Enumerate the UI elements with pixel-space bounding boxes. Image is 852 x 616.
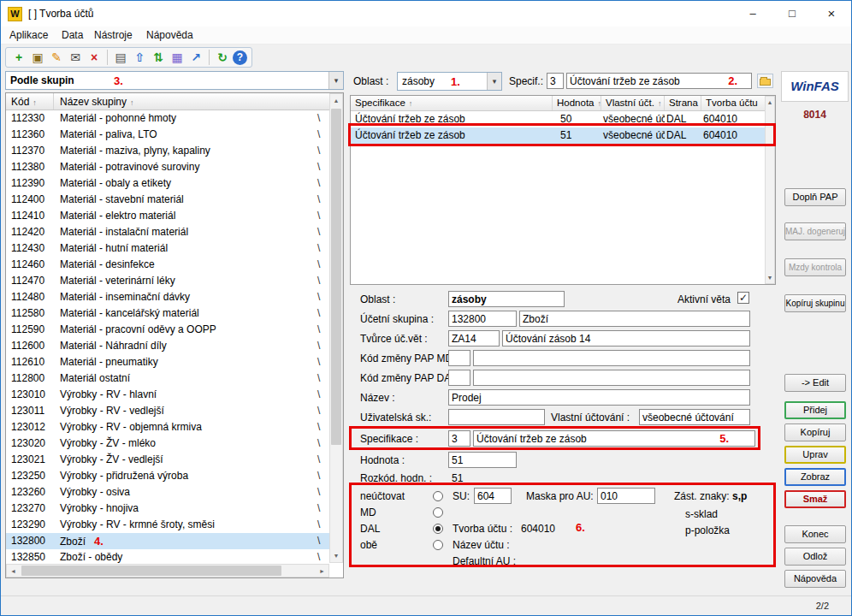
edit-icon[interactable]: ✎ [48,50,65,65]
dopln-pap-button[interactable]: Doplň PAP [784,188,846,206]
group-table-row[interactable]: 132800Zboží4.\ [6,533,329,549]
group-table-row[interactable]: 112430Materiál - hutní materiál\ [6,240,329,257]
group-table-hscrollbar[interactable]: ◄ ► [6,564,329,578]
scrollbar-thumb[interactable] [331,109,341,445]
napoveda-button[interactable]: Nápověda [784,570,846,588]
group-table-row[interactable]: 123290Výrobky - RV - krmné šroty, směsi\ [6,517,329,533]
scroll-left-icon[interactable]: ◄ [7,565,20,577]
aktivni-veta-checkbox[interactable]: ✓ [737,292,749,304]
uzivatelska-field[interactable] [448,409,545,425]
su-field[interactable]: 604 [474,488,512,504]
chevron-down-icon[interactable]: ▾ [328,72,343,89]
column-header-vlastni-uct[interactable]: Vlastní účt.↑ [601,96,665,110]
scrollbar-track[interactable] [766,108,774,272]
refresh-icon[interactable]: ↻ [214,50,231,65]
group-table-row[interactable]: 112460Materiál - desinfekce\ [6,257,329,273]
group-table-row[interactable]: 112610Materiál - pneumatiky\ [6,354,329,370]
radio-icon[interactable] [433,524,443,534]
group-table-row[interactable]: 132850Zboží - obědy\ [6,549,329,565]
group-table-row[interactable]: 112410Materiál - elektro materiál\ [6,208,329,224]
tvurce-name-field[interactable]: Účtování zásob 14 [502,330,750,346]
radio-icon[interactable] [433,540,443,550]
spec-name-input[interactable]: Účtování tržeb ze zásob 2. [566,73,752,89]
chevron-down-icon[interactable]: ▾ [487,73,501,90]
group-table-row[interactable]: 123020Výrobky - ŽV - mléko\ [6,435,329,452]
radio-icon[interactable] [433,507,443,518]
smaz-button[interactable]: Smaž [784,490,846,508]
edit-button[interactable]: -> Edit [784,374,846,392]
specifikace-code-field[interactable]: 3 [448,430,470,447]
zobraz-button[interactable]: Zobraz [784,468,846,486]
table-icon[interactable]: ▦ [169,50,186,65]
konec-button[interactable]: Konec [784,525,846,543]
nazev-field[interactable]: Prodej [448,389,750,406]
kopiruj-skupinu-button[interactable]: Kopíruj skupinu [784,294,846,312]
delete-icon[interactable]: × [86,50,103,65]
group-table-row[interactable]: 112370Materiál - maziva, plyny, kapaliny… [6,143,329,159]
scroll-up-icon[interactable]: ▲ [330,94,342,107]
column-header-hodnota[interactable]: Hodnota↑ [553,96,601,110]
add-icon[interactable]: + [10,50,27,65]
group-table-row[interactable]: 112400Materiál - stavební materiál\ [6,192,329,208]
scroll-down-icon[interactable]: ▼ [766,272,774,283]
group-table-row[interactable]: 123021Výrobky - ŽV - vedlejší\ [6,452,329,468]
pap-dal-code-field[interactable] [448,370,470,386]
group-table-row[interactable]: 123010Výrobky - RV - hlavní\ [6,387,329,403]
export-icon[interactable]: ⇧ [131,50,148,65]
print-icon[interactable]: ▤ [112,50,129,65]
pridej-button[interactable]: Přidej [784,401,846,419]
group-table-row[interactable]: 112360Materiál - paliva, LTO\ [6,127,329,143]
radio-icon[interactable] [433,491,443,501]
pap-md-code-field[interactable] [448,350,470,366]
group-mode-dropdown[interactable]: Podle skupin 3. ▾ [5,71,344,90]
scrollbar-thumb[interactable] [21,566,281,576]
ucetni-skupina-name-field[interactable]: Zboží [519,311,750,327]
specifikace-name-field[interactable]: Účtování tržeb ze zásob 5. [473,430,755,447]
mail-icon[interactable]: ✉ [67,50,84,65]
group-table-vscrollbar[interactable]: ▲ ▼ [329,93,343,563]
pap-md-name-field[interactable] [473,350,750,366]
column-header-strana[interactable]: Strana [665,96,701,110]
scrollbar-track[interactable] [330,107,342,549]
sort-icon[interactable]: ⇅ [150,50,167,65]
column-header-specifikace[interactable]: Specifikace↑ [351,96,553,110]
maska-field[interactable]: 010 [597,488,655,504]
spec-table-row[interactable]: Účtování tržeb ze zásob50všeobecné účtDA… [351,111,765,127]
group-table-row[interactable]: 112390Materiál - obaly a etikety\ [6,175,329,192]
ucetni-skupina-code-field[interactable]: 132800 [448,311,517,327]
menu-nastroje[interactable]: Nástroje [94,29,133,41]
minimize-button[interactable]: – [733,1,772,27]
odloz-button[interactable]: Odlož [784,548,846,566]
copy-icon[interactable]: ▣ [29,50,46,65]
menu-aplikace[interactable]: Aplikace [9,29,48,41]
tvurce-code-field[interactable]: ZA14 [448,330,500,346]
radio-option[interactable]: obě [360,536,443,553]
spec-table-vscrollbar[interactable]: ▲ ▼ [765,96,775,284]
form-oblast-field[interactable]: zásoby [448,291,565,307]
radio-option[interactable]: neúčtovat [360,488,443,504]
spec-table-row[interactable]: Účtování tržeb ze zásob51všeobecné účtDA… [351,127,765,144]
group-table-row[interactable]: 112380Materiál - potravinové suroviny\ [6,159,329,175]
group-table-row[interactable]: 112420Materiál - instalační materiál\ [6,224,329,240]
oblast-dropdown[interactable]: zásoby 1. ▾ [397,72,502,91]
group-table-row[interactable]: 112800Materiál ostatní\ [6,370,329,387]
pap-dal-name-field[interactable] [473,370,750,386]
uprav-button[interactable]: Uprav [784,446,846,464]
help-icon[interactable]: ? [233,50,247,65]
chart-icon[interactable]: ↗ [187,50,204,65]
group-table-row[interactable]: 112470Materiál - veterinární léky\ [6,273,329,289]
scroll-right-icon[interactable]: ► [316,565,328,577]
group-table-row[interactable]: 123011Výrobky - RV - vedlejší\ [6,403,329,419]
scroll-up-icon[interactable]: ▲ [766,97,774,108]
close-button[interactable]: × [812,1,851,27]
column-header-kod[interactable]: Kód↑ [6,93,54,110]
group-table-row[interactable]: 123250Výrobky - přidružená výroba\ [6,468,329,484]
group-table-row[interactable]: 112590Materiál - pracovní oděvy a OOPP\ [6,322,329,338]
scrollbar-track[interactable] [20,565,316,577]
group-table-row[interactable]: 112480Materiál - inseminační dávky\ [6,289,329,305]
column-header-nazev[interactable]: Název skupiny↑ [54,93,329,110]
radio-option[interactable]: MD [360,504,443,520]
group-table-row[interactable]: 112580Materiál - kancelářský materiál\ [6,305,329,322]
group-table-row[interactable]: 123012Výrobky - RV - objemná krmiva\ [6,419,329,435]
vlastni-uctovani-field[interactable]: všeobecné účtování [639,409,750,425]
